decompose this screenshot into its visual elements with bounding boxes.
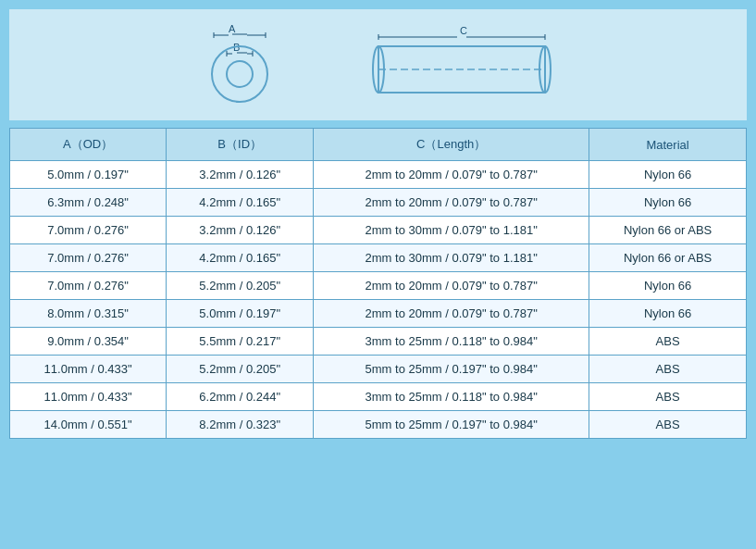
table-cell: 7.0mm / 0.276" (10, 217, 167, 244)
table-cell: 5.2mm / 0.205" (167, 356, 314, 383)
table-cell: 11.0mm / 0.433" (10, 356, 167, 383)
table-cell: 6.3mm / 0.248" (10, 189, 167, 217)
table-cell: Nylon 66 (589, 300, 747, 328)
table-row: 5.0mm / 0.197"3.2mm / 0.126"2mm to 20mm … (10, 161, 747, 189)
diagram-area: A B C (9, 9, 747, 120)
table-cell: 11.0mm / 0.433" (10, 383, 167, 411)
table-cell: 3mm to 25mm / 0.118" to 0.984" (314, 383, 589, 411)
header-length: C（Length） (314, 129, 589, 161)
table-row: 7.0mm / 0.276"4.2mm / 0.165"2mm to 30mm … (10, 244, 747, 272)
table-cell: ABS (589, 383, 747, 411)
table-cell: 5.5mm / 0.217" (167, 328, 314, 356)
table-row: 11.0mm / 0.433"6.2mm / 0.244"3mm to 25mm… (10, 383, 747, 411)
table-row: 6.3mm / 0.248"4.2mm / 0.165"2mm to 20mm … (10, 189, 747, 217)
table-cell: 9.0mm / 0.354" (10, 328, 167, 356)
table-cell: 6.2mm / 0.244" (167, 383, 314, 411)
table-cell: ABS (589, 411, 747, 439)
header-id: B（ID） (167, 129, 314, 161)
header-od: A（OD） (10, 129, 167, 161)
svg-text:C: C (460, 25, 467, 36)
table-cell: 3mm to 25mm / 0.118" to 0.984" (314, 328, 589, 356)
table-cell: 2mm to 30mm / 0.079" to 1.181" (314, 217, 589, 244)
table-cell: 5.2mm / 0.205" (167, 272, 314, 300)
table-cell: ABS (589, 356, 747, 383)
table-cell: 4.2mm / 0.165" (167, 189, 314, 217)
specs-table: A（OD） B（ID） C（Length） Material 5.0mm / 0… (9, 128, 747, 439)
table-cell: 5mm to 25mm / 0.197" to 0.984" (314, 411, 589, 439)
table-cell: 2mm to 20mm / 0.079" to 0.787" (314, 189, 589, 217)
length-diagram: C (360, 23, 564, 106)
table-cell: 3.2mm / 0.126" (167, 217, 314, 244)
table-cell: 8.0mm / 0.315" (10, 300, 167, 328)
table-cell: 5.0mm / 0.197" (10, 161, 167, 189)
table-cell: ABS (589, 328, 747, 356)
table-cell: 7.0mm / 0.276" (10, 244, 167, 272)
table-cell: 4.2mm / 0.165" (167, 244, 314, 272)
table-row: 9.0mm / 0.354"5.5mm / 0.217"3mm to 25mm … (10, 328, 747, 356)
table-header-row: A（OD） B（ID） C（Length） Material (10, 129, 747, 161)
table-cell: 14.0mm / 0.551" (10, 411, 167, 439)
table-cell: 5.0mm / 0.197" (167, 300, 314, 328)
table-cell: 2mm to 20mm / 0.079" to 0.787" (314, 272, 589, 300)
table-cell: Nylon 66 or ABS (589, 217, 747, 244)
table-cell: 7.0mm / 0.276" (10, 272, 167, 300)
svg-point-4 (212, 46, 267, 102)
table-cell: 2mm to 20mm / 0.079" to 0.787" (314, 161, 589, 189)
table-cell: 2mm to 30mm / 0.079" to 1.181" (314, 244, 589, 272)
table-cell: 5mm to 25mm / 0.197" to 0.984" (314, 356, 589, 383)
table-cell: 8.2mm / 0.323" (167, 411, 314, 439)
table-row: 7.0mm / 0.276"3.2mm / 0.126"2mm to 30mm … (10, 217, 747, 244)
header-material: Material (589, 129, 747, 161)
table-cell: 2mm to 20mm / 0.079" to 0.787" (314, 300, 589, 328)
svg-point-5 (227, 61, 253, 87)
svg-text:A: A (229, 23, 236, 34)
table-row: 14.0mm / 0.551"8.2mm / 0.323"5mm to 25mm… (10, 411, 747, 439)
table-cell: Nylon 66 (589, 272, 747, 300)
table-cell: Nylon 66 or ABS (589, 244, 747, 272)
table-cell: 3.2mm / 0.126" (167, 161, 314, 189)
table-row: 7.0mm / 0.276"5.2mm / 0.205"2mm to 20mm … (10, 272, 747, 300)
table-row: 11.0mm / 0.433"5.2mm / 0.205"5mm to 25mm… (10, 356, 747, 383)
table-cell: Nylon 66 (589, 161, 747, 189)
table-cell: Nylon 66 (589, 189, 747, 217)
table-row: 8.0mm / 0.315"5.0mm / 0.197"2mm to 20mm … (10, 300, 747, 328)
cross-section-diagram: A B (193, 23, 286, 106)
